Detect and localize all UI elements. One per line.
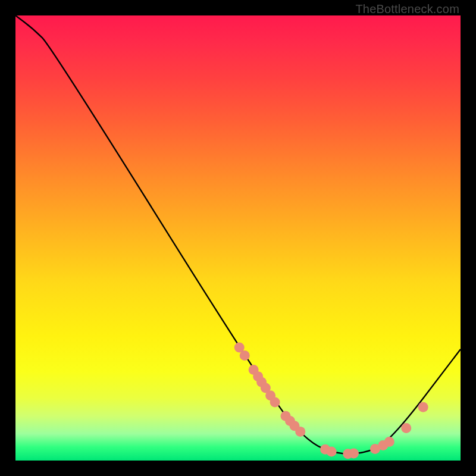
data-point <box>327 447 337 457</box>
data-points <box>234 343 428 459</box>
data-point <box>270 397 280 408</box>
chart-svg <box>15 15 461 461</box>
curve-line <box>15 15 461 454</box>
attribution-text: TheBottleneck.com <box>355 2 459 16</box>
data-point <box>401 423 411 433</box>
data-point <box>349 449 359 459</box>
data-point <box>384 437 394 447</box>
data-point <box>418 402 428 412</box>
data-point <box>240 350 250 361</box>
data-point <box>295 427 305 437</box>
